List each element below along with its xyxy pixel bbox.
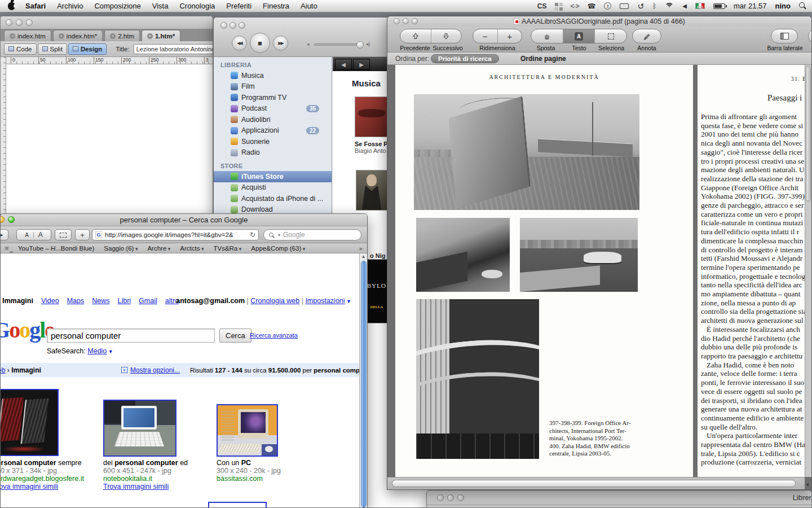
menu-item[interactable]: Safari [20,0,51,12]
pdf-content-area[interactable]: ARCHITETTURA E MODERNITÀ 397-398-399. Fo… [387,65,805,477]
close-button[interactable] [6,19,12,26]
battery-icon[interactable] [713,3,725,9]
safari-titlebar[interactable]: personal computer – Cerca con Google [1,214,367,226]
web-history-link[interactable]: Cronologia web [250,297,299,305]
lastfm-icon[interactable]: CS [537,2,547,10]
menu-item[interactable]: Archivio [51,0,89,12]
select-tool-button[interactable] [594,29,626,43]
sidebar-item[interactable]: iTunes Store [214,171,332,182]
document-tab[interactable]: ×2.htm [104,30,140,41]
zoom-out-button[interactable]: − [473,29,497,43]
sync-alert-icon[interactable]: ! [604,2,611,10]
displays-icon[interactable] [620,3,629,9]
text-size-buttons[interactable]: AA [16,229,51,240]
google-nav-link[interactable]: Libri [117,297,131,305]
previous-track-button[interactable]: ◀◀ [232,36,247,51]
close-button[interactable] [437,494,444,501]
store-forward-button[interactable]: ▶ [353,59,370,70]
web-clip-button[interactable] [55,229,72,240]
scroll-up-arrow-icon[interactable]: ▲ [360,253,367,260]
bookmark-item[interactable]: Saggio (6) [104,245,138,252]
minimize-button[interactable] [16,19,23,26]
scroll-down-arrow-icon[interactable]: ▼ [805,482,811,488]
text-tool-button[interactable]: A [563,29,595,43]
vertical-scrollbar[interactable]: ▲ [359,253,367,507]
view-mode-button[interactable]: Code [4,43,37,55]
google-nav-link[interactable]: Gmail [139,297,157,305]
partial-toolbar-button[interactable] [808,29,812,43]
expand-options-icon[interactable]: + [121,367,127,373]
url-text[interactable]: http://images.google.it/images?hl=it&gbv… [105,231,233,238]
store-back-button[interactable]: ◀ [335,59,352,70]
similar-images-link[interactable]: Trova immagini simili [1,483,58,491]
sidebar-item[interactable]: Musica [214,70,332,81]
search-submit-button[interactable]: Cerca [219,329,251,343]
google-nav-link[interactable]: Immagini [2,297,33,305]
document-tab[interactable]: ×index.htm* [53,30,103,41]
next-track-button[interactable]: ▶▶ [273,36,288,51]
zoom-button[interactable] [239,22,245,29]
sidebar-item[interactable]: Suonerie [214,136,332,147]
spaces-icon[interactable] [555,3,562,10]
sky-photo[interactable] [82,64,209,214]
stop-button[interactable]: ■ [250,33,270,53]
menu-item[interactable]: Composizione [89,0,146,12]
time-machine-icon[interactable]: ↺ [637,2,644,11]
menu-clock[interactable]: mar 21.57 [734,2,767,10]
menu-item[interactable]: Finestra [257,0,295,12]
scrollbar-thumb[interactable] [392,480,796,487]
image-result-thumbnail[interactable] [1,389,59,456]
minimize-button[interactable] [230,22,236,29]
search-query-input[interactable] [47,329,215,343]
scrollbar-thumb[interactable] [806,66,811,202]
volume-icon[interactable]: ◀ [682,3,687,9]
move-tool-button[interactable] [531,29,563,43]
script-menu-icon[interactable]: <·> [570,2,579,10]
bookmark-item[interactable]: TVs&Ra [214,245,242,252]
previous-page-button[interactable] [400,29,431,43]
close-tab-icon[interactable]: × [59,33,64,39]
zoom-in-button[interactable]: + [497,29,522,43]
close-button[interactable] [220,22,227,29]
search-field[interactable]: ▾ Google [263,229,361,240]
scrollbar-thumb[interactable] [361,261,367,507]
advanced-search-link[interactable]: Ricerca avanzata [250,332,298,339]
smaller-text-icon[interactable]: A [20,232,34,238]
sidebar-item[interactable]: Programmi TV [214,92,332,103]
google-nav-link[interactable]: Video [41,297,59,305]
menu-item[interactable]: Aiuto [295,0,323,12]
sidebar-item[interactable]: Applicazioni 22 [214,125,332,137]
close-tab-icon[interactable]: × [147,33,153,39]
sort-by-page-order-button[interactable]: Ordine pagine [520,55,566,63]
view-mode-button[interactable]: Design [68,43,107,55]
preview-titlebar[interactable]: AAAALibroSAGGIOoriginale.pdf (pagina 405… [387,16,811,27]
image-result-thumbnail[interactable] [103,400,176,457]
album-art[interactable] [355,97,389,137]
new-tab-button[interactable]: + [75,229,90,240]
overflow-chevron-icon[interactable]: » [359,245,363,252]
bookmark-item[interactable]: Appe&Comp (63) [251,245,305,252]
vertical-scrollbar[interactable] [805,65,811,477]
volume-slider[interactable] [314,43,363,46]
minimize-button[interactable] [447,494,454,501]
input-language-flag-icon[interactable]: PRO [695,3,705,9]
close-tab-icon[interactable]: × [10,33,15,39]
volume-slider-thumb[interactable] [356,41,364,49]
horizontal-scrollbar[interactable] [387,477,805,489]
image-result-thumbnail[interactable] [208,502,267,507]
menu-item[interactable]: Cronologia [174,0,220,12]
bookmarks-menu-icon[interactable] [5,247,8,250]
sidebar-item[interactable]: Audiolibri [214,114,332,125]
settings-link[interactable]: Impostazioni [305,297,345,305]
google-nav-link[interactable]: News [92,297,109,305]
sidebar-item[interactable]: Podcast 35 [214,103,332,115]
editor-titlebar[interactable] [1,16,213,29]
bluetooth-icon[interactable]: ᛒ [652,2,656,10]
album-art[interactable]: BYLO DELLA [366,259,387,323]
document-title-input[interactable] [134,44,213,54]
bookmark-item[interactable]: YouTube – H...Bondi Blue) [18,245,94,252]
address-bar[interactable]: G http://images.google.it/images?hl=it&g… [92,229,259,240]
wifi-icon[interactable] [665,3,674,9]
sidebar-toggle-button[interactable] [771,29,798,43]
bookmark-item[interactable]: Arctcts [180,245,204,252]
